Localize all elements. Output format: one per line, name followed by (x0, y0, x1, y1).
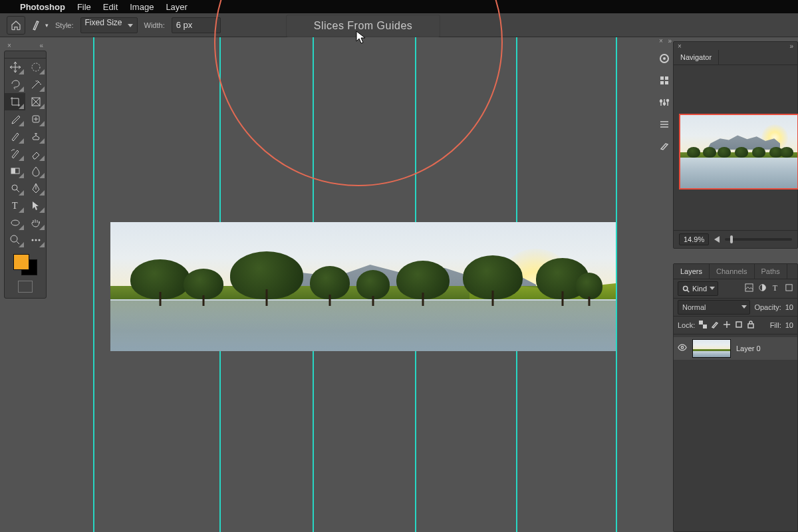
zoom-slider[interactable] (725, 238, 792, 241)
collapsed-panels-dock: ×» (657, 44, 672, 154)
fill-label: Fill: (770, 321, 781, 329)
zoom-tool[interactable] (5, 231, 25, 249)
canvas-area[interactable] (48, 37, 658, 532)
lock-label: Lock: (678, 321, 695, 329)
svg-point-0 (32, 63, 40, 71)
filter-adjustment-icon[interactable] (758, 283, 767, 294)
opacity-label: Opacity: (754, 303, 781, 311)
svg-rect-41 (736, 322, 741, 327)
color-icon[interactable] (659, 53, 670, 66)
svg-point-17 (38, 239, 40, 241)
style-select[interactable]: Fixed Size (80, 17, 138, 33)
lock-pixels-icon[interactable] (711, 321, 719, 330)
menu-image[interactable]: Image (130, 2, 154, 12)
rectangle-tool[interactable] (5, 214, 25, 231)
lock-transparency-icon[interactable] (699, 321, 707, 330)
layer-kind-select[interactable]: Kind (678, 281, 718, 296)
eraser-tool[interactable] (25, 145, 46, 162)
filter-pixel-icon[interactable] (745, 283, 753, 294)
crop-tool[interactable] (5, 93, 25, 110)
pen-tool[interactable] (25, 180, 46, 197)
brush-tool[interactable] (5, 128, 25, 145)
navigator-panel: ×» Navigator 14.9% (673, 41, 798, 249)
magic-wand-tool[interactable] (25, 76, 46, 93)
zoom-out-icon[interactable] (714, 236, 720, 243)
quick-mask-toggle[interactable] (18, 281, 33, 293)
fill-value[interactable]: 10 (785, 321, 793, 329)
svg-point-19 (663, 57, 666, 60)
layer-row[interactable]: Layer 0 (674, 337, 797, 360)
layer-name[interactable]: Layer 0 (736, 344, 761, 352)
home-button[interactable] (7, 16, 25, 35)
svg-text:T: T (773, 283, 778, 292)
frame-tool[interactable] (25, 93, 46, 110)
dodge-tool[interactable] (5, 180, 25, 197)
blend-mode-select[interactable]: Normal (678, 300, 750, 315)
lock-position-icon[interactable] (723, 321, 731, 330)
menu-layer[interactable]: Layer (166, 2, 188, 12)
menu-edit[interactable]: Edit (103, 2, 118, 12)
tab-navigator[interactable]: Navigator (674, 50, 719, 65)
path-selection-tool[interactable] (25, 197, 46, 214)
width-input[interactable]: 6 px (172, 17, 221, 33)
document-image (110, 222, 616, 351)
tab-channels[interactable]: Channels (710, 264, 754, 279)
history-brush-tool[interactable] (5, 145, 25, 162)
svg-rect-22 (660, 81, 664, 84)
expand-icon[interactable]: » (668, 37, 672, 45)
svg-rect-21 (665, 76, 668, 80)
panel-menu-icon[interactable]: « (39, 42, 43, 49)
guide-vertical[interactable] (93, 37, 94, 532)
mac-menubar: Photoshop File Edit Image Layer (0, 0, 798, 13)
close-icon[interactable]: × (7, 42, 11, 49)
tab-paths[interactable]: Paths (755, 264, 787, 279)
filter-shape-icon[interactable] (785, 283, 793, 294)
close-icon[interactable]: × (659, 37, 663, 45)
navigator-thumbnail[interactable] (679, 114, 798, 190)
tab-layers[interactable]: Layers (674, 264, 710, 279)
foreground-color-swatch[interactable] (13, 254, 29, 270)
move-tool[interactable] (5, 59, 25, 76)
opacity-value[interactable]: 10 (785, 303, 793, 311)
clone-stamp-tool[interactable] (25, 128, 46, 145)
current-tool-indicator[interactable]: ▾ (32, 19, 49, 31)
gradient-tool[interactable] (5, 162, 25, 180)
lock-artboard-icon[interactable] (735, 321, 743, 330)
blur-tool[interactable] (25, 162, 46, 180)
svg-point-15 (31, 239, 33, 241)
svg-rect-40 (703, 325, 707, 329)
app-name[interactable]: Photoshop (20, 2, 65, 12)
navigator-zoom-row: 14.9% (674, 230, 797, 248)
adjustments-icon[interactable] (659, 97, 670, 110)
tools-panel: ×« T (4, 51, 47, 299)
chevron-down-icon: ▾ (45, 22, 49, 29)
svg-point-16 (35, 239, 37, 241)
guide-vertical[interactable] (616, 37, 617, 532)
svg-point-9 (12, 185, 17, 190)
filter-type-icon[interactable]: T (771, 283, 780, 294)
svg-rect-20 (660, 76, 664, 80)
svg-rect-35 (745, 284, 753, 291)
visibility-toggle-icon[interactable] (678, 344, 687, 353)
svg-point-13 (11, 235, 17, 242)
cursor-arrow-icon (356, 31, 366, 45)
zoom-value-input[interactable]: 14.9% (679, 233, 709, 245)
swatches-icon[interactable] (659, 75, 670, 88)
healing-brush-tool[interactable] (25, 110, 46, 128)
styles-icon[interactable] (659, 119, 670, 132)
svg-rect-38 (786, 285, 792, 291)
layers-panel: Layers Channels Paths Kind T Normal Opac… (673, 263, 798, 532)
close-icon[interactable]: × (678, 43, 682, 50)
color-swatches[interactable] (12, 253, 39, 277)
brush-settings-icon[interactable] (659, 141, 670, 154)
marquee-tool[interactable] (25, 59, 46, 76)
menu-file[interactable]: File (77, 2, 91, 12)
hand-tool[interactable] (25, 214, 46, 231)
lock-all-icon[interactable] (747, 321, 755, 330)
layer-thumbnail[interactable] (692, 339, 731, 358)
edit-toolbar[interactable] (25, 231, 46, 249)
lasso-tool[interactable] (5, 76, 25, 93)
eyedropper-tool[interactable] (5, 110, 25, 128)
type-tool[interactable]: T (5, 197, 25, 214)
expand-icon[interactable]: » (789, 43, 793, 50)
